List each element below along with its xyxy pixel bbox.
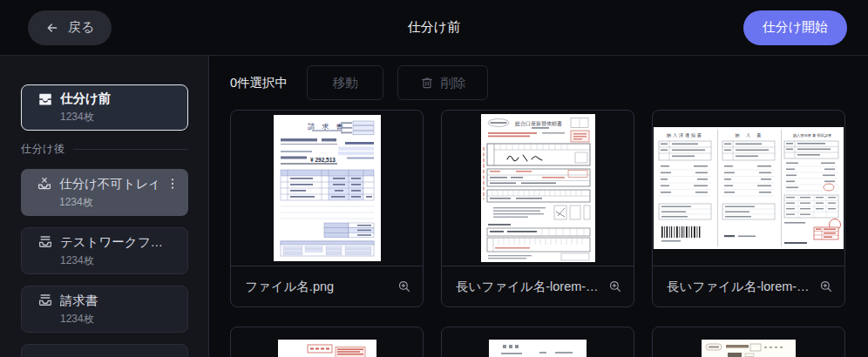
sidebar-item-partial[interactable] [21, 344, 188, 357]
kebab-menu-icon[interactable] [164, 177, 181, 191]
thumbnail-area: 総合口座振替依頼書 [442, 111, 634, 266]
tray-lines-icon [37, 234, 53, 250]
sidebar-item-presort[interactable]: 仕分け前 1234枚 [21, 84, 188, 131]
sidebar-item-count: 1234枚 [59, 195, 181, 210]
card-footer: 長いファイル名-lorem-… [442, 266, 634, 306]
document-card[interactable]: 納入済通知書 納 入 書 納入通知書 兼 領収証書 [652, 110, 845, 307]
doc-title: 請 求 書 [308, 123, 345, 131]
document-thumbnail-receipt-form [278, 340, 376, 357]
zoom-in-icon[interactable] [607, 279, 623, 294]
document-card[interactable] [441, 327, 634, 357]
zoom-in-icon[interactable] [397, 279, 412, 294]
start-sorting-button[interactable]: 仕分け開始 [743, 10, 847, 45]
tray-x-icon [37, 176, 52, 192]
document-thumbnail-application-form [702, 340, 796, 357]
card-footer: ファイル名.png [231, 266, 423, 306]
trash-icon [420, 76, 434, 90]
doc-title: 納入済通知書 [667, 132, 703, 138]
doc-amount: ¥ 292,513 [310, 157, 336, 164]
document-thumbnail-invoice: 請 求 書 [274, 115, 381, 261]
selection-toolbar: 0件選択中 移動 削除 [209, 56, 868, 110]
sidebar-item-count: 1234枚 [60, 253, 180, 268]
arrow-left-icon [45, 21, 59, 35]
file-name: 長いファイル名-lorem-… [456, 279, 607, 295]
document-card[interactable]: 請 求 書 [230, 110, 424, 307]
file-name: 長いファイル名-lorem-… [667, 279, 818, 295]
delete-button[interactable]: 削除 [397, 65, 488, 100]
sidebar-item-unsortable-tray[interactable]: 仕分け不可トレイ 1234枚 [21, 169, 188, 216]
document-thumbnail-payment-notice: 納入済通知書 納 入 書 納入通知書 兼 領収証書 [654, 127, 844, 249]
doc-title: 総合口座振替依頼書 [514, 120, 562, 127]
delete-button-label: 削除 [441, 75, 466, 91]
inbox-icon [37, 91, 53, 107]
card-footer: 長いファイル名-lorem-… [653, 266, 844, 306]
sidebar-item-label: 仕分け不可トレイ [59, 176, 157, 192]
sidebar-section-label: 仕分け後 [21, 142, 64, 157]
document-grid: 請 求 書 [209, 110, 868, 357]
content-area: 0件選択中 移動 削除 [209, 56, 868, 357]
thumbnail-area [442, 327, 634, 357]
back-button[interactable]: 戻る [28, 10, 112, 45]
thumbnail-area: 請 求 書 [231, 111, 423, 266]
document-card[interactable] [652, 327, 845, 357]
section-divider [73, 149, 187, 150]
thumbnail-area [231, 327, 423, 357]
move-button-label: 移動 [333, 75, 358, 91]
file-name: ファイル名.png [245, 279, 397, 295]
document-card[interactable] [230, 327, 424, 357]
doc-title: 納 入 書 [736, 132, 764, 138]
thumbnail-area: 納入済通知書 納 入 書 納入通知書 兼 領収証書 [653, 111, 844, 266]
sidebar-item-invoice[interactable]: 請求書 1234枚 [21, 286, 188, 333]
back-button-label: 戻る [68, 19, 94, 36]
document-thumbnail-transfer-form: 総合口座振替依頼書 [481, 114, 595, 262]
sidebar-item-count: 1234枚 [60, 312, 180, 327]
page-title: 仕分け前 [408, 19, 460, 36]
selection-status: 0件選択中 [230, 75, 288, 91]
tray-lines-icon [37, 293, 53, 308]
sidebar-item-test-workflow[interactable]: テストワークフ… 1234枚 [21, 227, 188, 274]
doc-title: 納入通知書 兼 領収証書 [792, 133, 831, 138]
document-card[interactable]: 総合口座振替依頼書 [441, 110, 634, 307]
sidebar-item-count: 1234枚 [60, 110, 180, 125]
move-button[interactable]: 移動 [307, 65, 383, 100]
sidebar-item-label: テストワークフ… [60, 234, 180, 251]
app-header: 戻る 仕分け前 仕分け開始 [0, 0, 868, 56]
thumbnail-area [653, 327, 844, 357]
sidebar-item-label: 請求書 [60, 293, 180, 309]
zoom-in-icon[interactable] [818, 279, 834, 294]
sidebar-section-sorted: 仕分け後 [21, 142, 187, 157]
sidebar-item-label: 仕分け前 [60, 91, 180, 107]
tray-sidebar: 仕分け前 1234枚 仕分け後 仕分け不可トレイ [0, 56, 209, 357]
main-layout: 仕分け前 1234枚 仕分け後 仕分け不可トレイ [0, 56, 868, 357]
document-thumbnail-invoice-plain [489, 340, 587, 357]
